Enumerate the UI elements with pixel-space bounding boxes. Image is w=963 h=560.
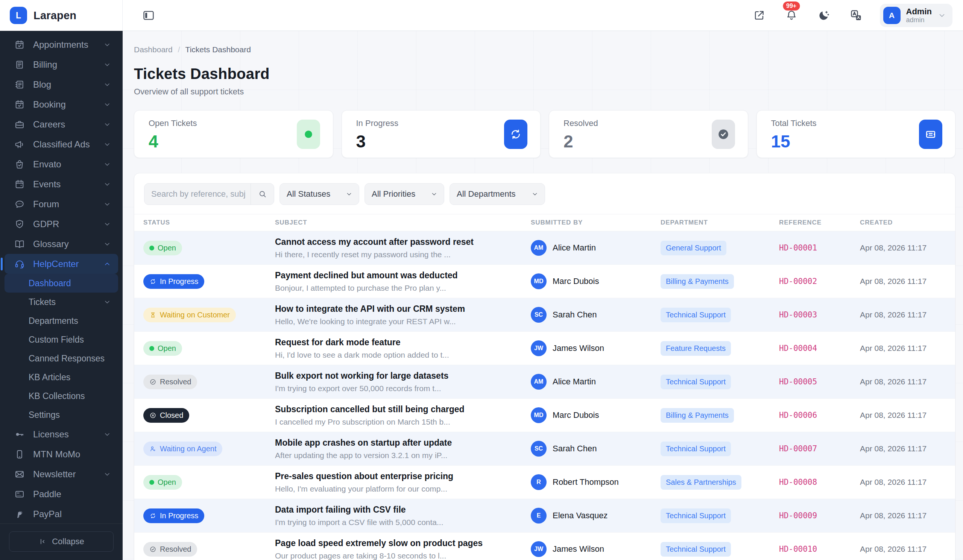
avatar: AM: [531, 240, 546, 256]
user-menu[interactable]: A Admin admin: [880, 4, 952, 27]
open-site-button[interactable]: [751, 7, 768, 24]
ticket-row[interactable]: Open Cannot access my account after pass…: [134, 231, 955, 265]
sidebar-item[interactable]: Envato: [5, 154, 118, 174]
sidebar-item[interactable]: Custom Fields: [5, 330, 118, 349]
created-timestamp: Apr 08, 2026 11:17: [860, 310, 927, 319]
ticket-reference-link[interactable]: HD-00009: [779, 511, 817, 520]
search-input[interactable]: [144, 183, 251, 205]
sidebar-item[interactable]: Billing: [5, 55, 118, 74]
ticket-row[interactable]: In Progress Data import failing with CSV…: [134, 499, 955, 532]
ticket-subject[interactable]: Pre-sales question about enterprise pric…: [275, 471, 519, 481]
created-cell: Apr 08, 2026 11:17: [860, 277, 955, 286]
sidebar-item[interactable]: HelpCenter: [5, 254, 118, 274]
sidebar-item[interactable]: Forum: [5, 194, 118, 214]
topbar: 99+ A Admin admin: [123, 0, 963, 31]
sidebar-item[interactable]: Careers: [5, 114, 118, 134]
sidebar-item[interactable]: MTN MoMo: [5, 444, 118, 464]
sidebar-item[interactable]: Licenses: [5, 424, 118, 444]
notifications-button[interactable]: 99+: [783, 7, 800, 24]
submitted-by-cell: MD Marc Dubois: [531, 274, 661, 289]
ticket-reference-link[interactable]: HD-00008: [779, 477, 817, 487]
sidebar-item[interactable]: PayPal: [5, 504, 118, 523]
submitter-name: Alice Martin: [553, 377, 596, 387]
status-filter-value: All Statuses: [287, 189, 330, 199]
created-timestamp: Apr 08, 2026 11:17: [860, 243, 927, 252]
ticket-reference-link[interactable]: HD-00007: [779, 444, 817, 453]
status-badge: Waiting on Customer: [143, 308, 236, 322]
sidebar-toggle-button[interactable]: [140, 7, 157, 24]
sidebar-item[interactable]: KB Articles: [5, 368, 118, 387]
sidebar-item[interactable]: GDPR: [5, 214, 118, 234]
sidebar-item[interactable]: Events: [5, 174, 118, 194]
sidebar-item[interactable]: KB Collections: [5, 387, 118, 405]
dark-mode-button[interactable]: [815, 7, 832, 24]
status-label: Resolved: [160, 545, 191, 554]
created-cell: Apr 08, 2026 11:17: [860, 511, 955, 520]
created-cell: Apr 08, 2026 11:17: [860, 344, 955, 353]
sidebar-item[interactable]: Canned Responses: [5, 349, 118, 368]
user-name: Admin: [906, 7, 932, 16]
status-label: In Progress: [160, 511, 198, 520]
ticket-row[interactable]: Waiting on Agent Mobile app crashes on s…: [134, 432, 955, 466]
sidebar-item[interactable]: Newsletter: [5, 464, 118, 484]
ticket-subject[interactable]: Bulk export not working for large datase…: [275, 371, 519, 381]
chevron-down-icon: [103, 200, 111, 208]
breadcrumb-dashboard[interactable]: Dashboard: [134, 45, 173, 54]
subject-cell: Data import failing with CSV file I'm tr…: [275, 505, 531, 527]
sidebar-item-label: Newsletter: [33, 469, 103, 479]
ticket-subject[interactable]: Payment declined but amount was deducted: [275, 270, 519, 280]
status-filter-select[interactable]: All Statuses: [279, 183, 359, 205]
ticket-row[interactable]: Open Pre-sales question about enterprise…: [134, 466, 955, 499]
ticket-reference-link[interactable]: HD-00004: [779, 344, 817, 353]
status-badge: Closed: [143, 408, 189, 423]
ticket-reference-link[interactable]: HD-00001: [779, 243, 817, 252]
sidebar-item-label: KB Collections: [29, 391, 111, 401]
sidebar-item[interactable]: Booking: [5, 94, 118, 114]
ticket-subject[interactable]: Cannot access my account after password …: [275, 237, 519, 247]
x-circle-icon: [149, 412, 157, 419]
ticket-row[interactable]: Waiting on Customer How to integrate the…: [134, 298, 955, 332]
collapse-sidebar-button[interactable]: Collapse: [9, 531, 113, 552]
ticket-subject[interactable]: Subscription cancelled but still being c…: [275, 404, 519, 414]
ticket-row[interactable]: Resolved Bulk export not working for lar…: [134, 365, 955, 399]
reference-cell: HD-00006: [779, 411, 860, 420]
ticket-row[interactable]: In Progress Payment declined but amount …: [134, 265, 955, 298]
ticket-subject[interactable]: Request for dark mode feature: [275, 337, 519, 348]
ticket-row[interactable]: Closed Subscription cancelled but still …: [134, 399, 955, 432]
ticket-reference-link[interactable]: HD-00010: [779, 545, 817, 554]
ticket-reference-link[interactable]: HD-00005: [779, 377, 817, 386]
ticket-subject[interactable]: Mobile app crashes on startup after upda…: [275, 438, 519, 448]
ticket-subject[interactable]: Page load speed extremely slow on produc…: [275, 538, 519, 548]
ticket-subject[interactable]: Data import failing with CSV file: [275, 505, 519, 515]
department-cell: Technical Support: [661, 508, 779, 523]
sidebar-item[interactable]: Dashboard: [5, 274, 118, 293]
department-filter-select[interactable]: All Departments: [449, 183, 545, 205]
sidebar-item-label: Blog: [33, 79, 103, 90]
sidebar-item[interactable]: Blog: [5, 74, 118, 94]
sidebar-item[interactable]: Tickets: [5, 293, 118, 311]
status-badge: Open: [143, 241, 182, 256]
sidebar-item-icon: [14, 119, 25, 130]
status-label: Resolved: [160, 377, 191, 386]
sidebar-item[interactable]: Departments: [5, 311, 118, 330]
table-column-header: Reference: [779, 219, 860, 227]
ticket-row[interactable]: Open Request for dark mode feature Hi, I…: [134, 332, 955, 365]
priority-filter-select[interactable]: All Priorities: [365, 183, 444, 205]
sidebar-item[interactable]: Classified Ads: [5, 134, 118, 154]
stat-icon-block: [919, 120, 942, 149]
sidebar-item[interactable]: Paddle: [5, 484, 118, 504]
ticket-reference-link[interactable]: HD-00003: [779, 310, 817, 319]
ticket-subject[interactable]: How to integrate the API with our CRM sy…: [275, 304, 519, 314]
ticket-reference-link[interactable]: HD-00006: [779, 411, 817, 420]
stat-text: In Progress 3: [356, 118, 399, 150]
sidebar-item[interactable]: Appointments: [5, 35, 118, 55]
sidebar: L Larapen Appointments Billing Blog Book…: [0, 0, 123, 560]
ticket-row[interactable]: Resolved Page load speed extremely slow …: [134, 532, 955, 560]
search-button[interactable]: [251, 183, 274, 205]
ticket-preview: Hi there, I recently reset my password u…: [275, 250, 519, 259]
language-button[interactable]: [848, 7, 865, 24]
sidebar-item[interactable]: Glossary: [5, 234, 118, 254]
ticket-reference-link[interactable]: HD-00002: [779, 277, 817, 286]
sidebar-item[interactable]: Settings: [5, 405, 118, 424]
department-badge: Technical Support: [661, 375, 731, 389]
